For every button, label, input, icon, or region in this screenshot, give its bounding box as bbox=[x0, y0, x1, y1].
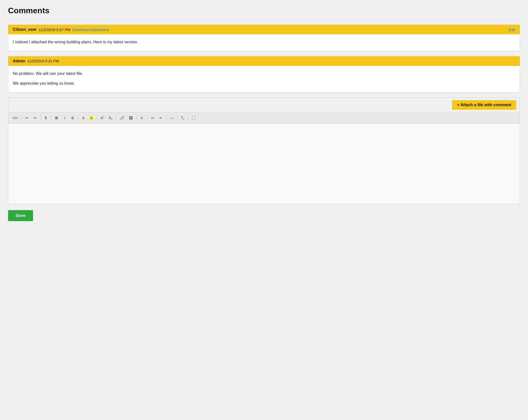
link-button[interactable]: 🔗 bbox=[118, 114, 126, 121]
redo-button[interactable]: ↪ bbox=[32, 114, 39, 121]
toolbar-sep-3 bbox=[51, 115, 51, 121]
comment-header-left-1: Citizen_user 11/2/2019 5:27 PM Download … bbox=[13, 27, 109, 32]
comment-header-1: Citizen_user 11/2/2019 5:27 PM Download … bbox=[8, 25, 520, 34]
font-color-icon: A bbox=[82, 116, 85, 120]
rule-button[interactable]: — bbox=[168, 114, 175, 121]
toolbar-sep-7 bbox=[136, 115, 137, 121]
numbering-icon: ≐ bbox=[159, 116, 162, 120]
toolbar-sep-10 bbox=[177, 115, 177, 121]
comment-timestamp-2: 11/2/2019 5:31 PM bbox=[27, 59, 59, 63]
comment-block-2: Admin 11/2/2019 5:31 PM No problem. We w… bbox=[8, 56, 520, 92]
toolbar-sep-2 bbox=[40, 115, 41, 121]
superscript-button[interactable]: A2 bbox=[99, 114, 106, 121]
italic-icon: I bbox=[64, 116, 65, 120]
toolbar-sep-11 bbox=[188, 115, 188, 121]
comment-author-1: Citizen_user bbox=[13, 27, 37, 32]
toolbar-sep-8 bbox=[147, 115, 147, 121]
align-icon: ≡ bbox=[141, 116, 143, 120]
bullets-button[interactable]: ≔ bbox=[149, 114, 156, 121]
redo-icon: ↪ bbox=[33, 116, 37, 120]
editor-toolbar: </> ↩ ↪ ¶ B I S A A A bbox=[8, 112, 520, 124]
toolbar-sep-9 bbox=[166, 115, 166, 121]
source-button[interactable]: </> bbox=[11, 114, 20, 121]
toolbar-sep-1 bbox=[22, 115, 22, 121]
comment-timestamp-1: 11/2/2019 5:27 PM bbox=[39, 28, 70, 32]
toolbar-sep-5 bbox=[97, 115, 97, 121]
toolbar-sep-6 bbox=[116, 115, 116, 121]
attach-bar: + Attach a file with comment bbox=[8, 98, 520, 112]
comment-body-1: I noticed I attached the wrong building … bbox=[8, 34, 520, 51]
comment-header-left-2: Admin 11/2/2019 5:31 PM bbox=[13, 59, 59, 63]
highlight-icon: A bbox=[90, 116, 93, 120]
title-divider bbox=[8, 20, 520, 21]
comment-paragraph-2-1: We appreciate you letting us know. bbox=[13, 80, 515, 87]
editor-container: + Attach a file with comment </> ↩ ↪ ¶ B… bbox=[8, 97, 520, 204]
image-icon: 🖼 bbox=[129, 116, 133, 120]
numbering-button[interactable]: ≐ bbox=[157, 114, 164, 121]
comment-header-2: Admin 11/2/2019 5:31 PM bbox=[8, 56, 520, 66]
image-button[interactable]: 🖼 bbox=[127, 114, 135, 121]
paragraph-icon: ¶ bbox=[45, 116, 47, 120]
paragraph-button[interactable]: ¶ bbox=[42, 114, 49, 121]
comment-author-2: Admin bbox=[13, 59, 25, 63]
attach-file-button[interactable]: + Attach a file with comment bbox=[452, 100, 516, 110]
source-icon: </> bbox=[13, 116, 18, 120]
comment-paragraph-1-0: I noticed I attached the wrong building … bbox=[13, 39, 515, 45]
subscript-button[interactable]: A2 bbox=[107, 114, 114, 121]
save-button[interactable]: Save bbox=[8, 210, 33, 221]
clear-format-icon: Tx bbox=[181, 115, 184, 120]
rule-icon: — bbox=[170, 116, 174, 120]
link-icon: 🔗 bbox=[120, 116, 125, 120]
undo-button[interactable]: ↩ bbox=[24, 114, 31, 121]
toolbar-sep-4 bbox=[78, 115, 78, 121]
undo-icon: ↩ bbox=[25, 116, 29, 120]
highlight-button[interactable]: A bbox=[88, 114, 95, 121]
page-title: Comments bbox=[8, 6, 520, 15]
comment-block-1: Citizen_user 11/2/2019 5:27 PM Download … bbox=[8, 25, 520, 51]
comment-body-2: No problem. We will use your latest file… bbox=[8, 66, 520, 92]
fullscreen-icon: ⛶ bbox=[192, 116, 195, 120]
strikethrough-icon: S bbox=[71, 116, 74, 120]
comment-paragraph-2-0: No problem. We will use your latest file… bbox=[13, 70, 515, 77]
font-color-button[interactable]: A bbox=[80, 114, 87, 121]
bold-icon: B bbox=[55, 116, 58, 120]
bold-button[interactable]: B bbox=[53, 114, 60, 121]
superscript-icon: A2 bbox=[100, 116, 104, 120]
align-button[interactable]: ≡ bbox=[138, 114, 145, 121]
subscript-icon: A2 bbox=[109, 115, 113, 120]
fullscreen-button[interactable]: ⛶ bbox=[190, 114, 197, 121]
comment-download-link-1[interactable]: Download Attachment bbox=[72, 28, 109, 32]
strikethrough-button[interactable]: S bbox=[69, 114, 76, 121]
comment-edit-button-1[interactable]: Edit bbox=[509, 28, 515, 32]
italic-button[interactable]: I bbox=[61, 114, 68, 121]
editor-content-area[interactable] bbox=[8, 124, 520, 204]
clear-format-button[interactable]: Tx bbox=[179, 114, 186, 121]
bullets-icon: ≔ bbox=[151, 116, 155, 120]
